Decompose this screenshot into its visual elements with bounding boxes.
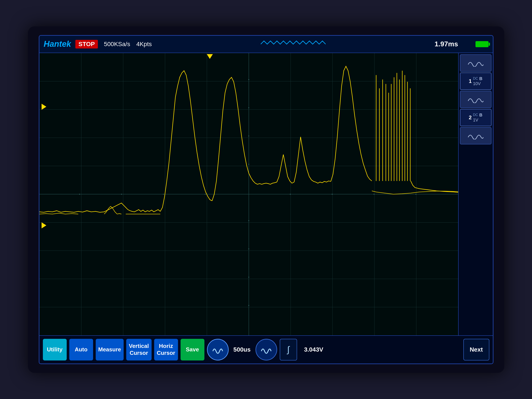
- voltage-value: 3.043V: [300, 346, 328, 353]
- vertical-cursor-button[interactable]: Vertical Cursor: [126, 339, 152, 361]
- wave-indicator: [156, 40, 430, 49]
- measure-button[interactable]: Measure: [96, 339, 124, 361]
- ch2-marker: [42, 222, 46, 228]
- brand-logo: Hantek: [44, 39, 71, 49]
- battery-icon: [475, 41, 488, 47]
- utility-button[interactable]: Utility: [43, 339, 67, 361]
- ch1-coupling: DC: [473, 77, 478, 81]
- ch1-wave-button-top[interactable]: [460, 54, 492, 72]
- ch2-wave-button-bottom[interactable]: [460, 127, 492, 144]
- next-button[interactable]: Next: [463, 339, 489, 361]
- auto-button[interactable]: Auto: [69, 339, 93, 361]
- wave-icon-1: [467, 59, 484, 67]
- grid-svg: [39, 53, 458, 335]
- status-bar: Hantek STOP 500KSa/s 4Kpts 1.97ms: [39, 36, 493, 53]
- ch1-marker: [42, 104, 46, 110]
- time-value: 500us: [231, 346, 253, 353]
- outer-frame: Hantek STOP 500KSa/s 4Kpts 1.97ms: [28, 26, 504, 373]
- ch2-number: 2: [469, 114, 472, 120]
- ch1-info-button[interactable]: 1 DC B 10V: [460, 73, 492, 90]
- ch1-wave-selector[interactable]: [207, 339, 229, 361]
- ch1-voltage: 10V: [473, 81, 481, 86]
- wave-icon-3: [467, 132, 484, 139]
- ch2-coupling: DC: [473, 113, 478, 117]
- trigger-marker: [207, 54, 213, 59]
- memory-depth: 4Kpts: [136, 41, 152, 48]
- bottom-toolbar: Utility Auto Measure Vertical Cursor Hor…: [39, 335, 493, 363]
- integral-button[interactable]: ∫: [280, 339, 297, 361]
- time-offset: 1.97ms: [435, 40, 458, 48]
- ch2-wave-selector[interactable]: [255, 339, 277, 361]
- ch1-wave-circle-icon: [212, 345, 224, 355]
- ch2-wave-button-top[interactable]: [460, 91, 492, 108]
- integral-icon: ∫: [287, 345, 290, 355]
- right-panel: 1 DC B 10V: [458, 53, 493, 335]
- ch1-number: 1: [469, 78, 472, 84]
- osc-display: [39, 53, 458, 335]
- save-button[interactable]: Save: [181, 339, 204, 361]
- sample-rate: 500KSa/s: [104, 41, 130, 48]
- ch2-info-button[interactable]: 2 DC B 1V: [460, 109, 492, 126]
- ch1-label: B: [479, 76, 482, 81]
- main-content: 1 DC B 10V: [39, 53, 493, 335]
- horiz-cursor-button[interactable]: Horiz Cursor: [154, 339, 178, 361]
- stop-badge: STOP: [75, 40, 98, 49]
- ch2-voltage: 1V: [473, 118, 478, 122]
- wave-icon-2: [467, 95, 484, 103]
- header-wave-icon: [261, 40, 326, 49]
- oscilloscope-screen: Hantek STOP 500KSa/s 4Kpts 1.97ms: [39, 35, 494, 364]
- ch2-wave-circle-icon: [260, 345, 272, 355]
- ch2-label: B: [479, 113, 482, 118]
